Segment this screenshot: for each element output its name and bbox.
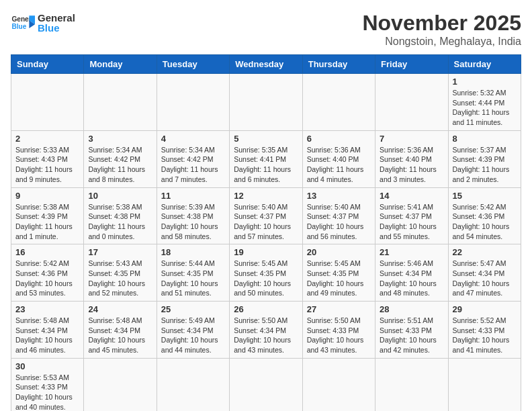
day-info: Sunrise: 5:34 AM Sunset: 4:42 PM Dayligh… — [161, 145, 225, 185]
calendar-cell: 11Sunrise: 5:39 AM Sunset: 4:38 PM Dayli… — [157, 187, 229, 244]
day-number: 20 — [307, 247, 371, 257]
day-info: Sunrise: 5:45 AM Sunset: 4:35 PM Dayligh… — [307, 259, 371, 298]
calendar-header: General Blue General Blue November 2025 … — [11, 11, 521, 48]
day-number: 11 — [161, 191, 225, 201]
calendar-header-row: SundayMondayTuesdayWednesdayThursdayFrid… — [11, 55, 521, 74]
day-info: Sunrise: 5:49 AM Sunset: 4:34 PM Dayligh… — [161, 316, 225, 355]
day-info: Sunrise: 5:32 AM Sunset: 4:44 PM Dayligh… — [453, 88, 517, 128]
calendar-cell — [157, 74, 229, 131]
day-info: Sunrise: 5:50 AM Sunset: 4:33 PM Dayligh… — [307, 316, 371, 355]
calendar-cell: 12Sunrise: 5:40 AM Sunset: 4:37 PM Dayli… — [230, 187, 302, 244]
calendar-week-row: 30Sunrise: 5:53 AM Sunset: 4:33 PM Dayli… — [11, 358, 521, 411]
day-info: Sunrise: 5:50 AM Sunset: 4:34 PM Dayligh… — [234, 316, 298, 355]
day-info: Sunrise: 5:44 AM Sunset: 4:35 PM Dayligh… — [161, 259, 225, 298]
day-number: 18 — [161, 247, 225, 257]
day-info: Sunrise: 5:40 AM Sunset: 4:37 PM Dayligh… — [234, 202, 298, 242]
day-info: Sunrise: 5:48 AM Sunset: 4:34 PM Dayligh… — [88, 316, 152, 355]
calendar-cell: 13Sunrise: 5:40 AM Sunset: 4:37 PM Dayli… — [302, 187, 375, 244]
calendar-cell — [302, 74, 375, 131]
day-number: 21 — [380, 247, 443, 257]
month-title: November 2025 — [362, 11, 521, 36]
day-info: Sunrise: 5:40 AM Sunset: 4:37 PM Dayligh… — [307, 202, 371, 242]
calendar-cell: 9Sunrise: 5:38 AM Sunset: 4:39 PM Daylig… — [11, 187, 84, 244]
day-number: 7 — [380, 134, 443, 144]
calendar-cell: 6Sunrise: 5:36 AM Sunset: 4:40 PM Daylig… — [302, 130, 375, 187]
calendar-cell: 8Sunrise: 5:37 AM Sunset: 4:39 PM Daylig… — [448, 130, 521, 187]
day-number: 22 — [453, 247, 517, 257]
calendar-cell: 3Sunrise: 5:34 AM Sunset: 4:42 PM Daylig… — [84, 130, 157, 187]
calendar-cell — [157, 358, 229, 411]
day-info: Sunrise: 5:41 AM Sunset: 4:37 PM Dayligh… — [380, 202, 443, 242]
calendar-cell: 5Sunrise: 5:35 AM Sunset: 4:41 PM Daylig… — [230, 130, 302, 187]
col-header-thursday: Thursday — [302, 55, 375, 74]
day-number: 10 — [88, 191, 152, 201]
day-info: Sunrise: 5:33 AM Sunset: 4:43 PM Dayligh… — [15, 145, 79, 185]
day-info: Sunrise: 5:43 AM Sunset: 4:35 PM Dayligh… — [88, 259, 152, 298]
title-block: November 2025 Nongstoin, Meghalaya, Indi… — [362, 11, 521, 48]
day-info: Sunrise: 5:37 AM Sunset: 4:39 PM Dayligh… — [453, 145, 517, 185]
calendar-cell: 28Sunrise: 5:51 AM Sunset: 4:33 PM Dayli… — [375, 302, 448, 359]
day-number: 29 — [453, 304, 517, 314]
calendar-cell: 20Sunrise: 5:45 AM Sunset: 4:35 PM Dayli… — [302, 244, 375, 302]
day-number: 30 — [15, 361, 79, 371]
day-number: 26 — [234, 304, 298, 314]
calendar-cell — [230, 358, 302, 411]
calendar-cell: 10Sunrise: 5:38 AM Sunset: 4:38 PM Dayli… — [84, 187, 157, 244]
day-number: 16 — [15, 247, 79, 257]
calendar-cell: 23Sunrise: 5:48 AM Sunset: 4:34 PM Dayli… — [11, 302, 84, 359]
calendar-container: General Blue General Blue November 2025 … — [0, 0, 532, 411]
calendar-cell: 18Sunrise: 5:44 AM Sunset: 4:35 PM Dayli… — [157, 244, 229, 302]
calendar-table: SundayMondayTuesdayWednesdayThursdayFrid… — [11, 54, 521, 411]
day-number: 1 — [453, 77, 517, 87]
day-number: 6 — [307, 134, 371, 144]
calendar-cell: 22Sunrise: 5:47 AM Sunset: 4:34 PM Dayli… — [448, 244, 521, 302]
day-number: 9 — [15, 191, 79, 201]
logo-icon: General Blue — [11, 11, 35, 35]
day-info: Sunrise: 5:45 AM Sunset: 4:35 PM Dayligh… — [234, 259, 298, 298]
day-number: 8 — [453, 134, 517, 144]
calendar-week-row: 23Sunrise: 5:48 AM Sunset: 4:34 PM Dayli… — [11, 302, 521, 359]
calendar-cell — [84, 74, 157, 131]
calendar-week-row: 1Sunrise: 5:32 AM Sunset: 4:44 PM Daylig… — [11, 74, 521, 131]
calendar-cell — [11, 74, 84, 131]
day-info: Sunrise: 5:42 AM Sunset: 4:36 PM Dayligh… — [15, 259, 79, 298]
svg-text:Blue: Blue — [11, 23, 26, 30]
calendar-week-row: 9Sunrise: 5:38 AM Sunset: 4:39 PM Daylig… — [11, 187, 521, 244]
calendar-cell: 17Sunrise: 5:43 AM Sunset: 4:35 PM Dayli… — [84, 244, 157, 302]
col-header-friday: Friday — [375, 55, 448, 74]
day-number: 28 — [380, 304, 443, 314]
day-info: Sunrise: 5:34 AM Sunset: 4:42 PM Dayligh… — [88, 145, 152, 185]
day-number: 23 — [15, 304, 79, 314]
col-header-tuesday: Tuesday — [157, 55, 229, 74]
calendar-cell — [375, 74, 448, 131]
col-header-monday: Monday — [84, 55, 157, 74]
day-info: Sunrise: 5:52 AM Sunset: 4:33 PM Dayligh… — [453, 316, 517, 355]
day-info: Sunrise: 5:38 AM Sunset: 4:38 PM Dayligh… — [88, 202, 152, 242]
calendar-cell: 27Sunrise: 5:50 AM Sunset: 4:33 PM Dayli… — [302, 302, 375, 359]
calendar-cell: 30Sunrise: 5:53 AM Sunset: 4:33 PM Dayli… — [11, 358, 84, 411]
calendar-cell: 24Sunrise: 5:48 AM Sunset: 4:34 PM Dayli… — [84, 302, 157, 359]
calendar-cell: 21Sunrise: 5:46 AM Sunset: 4:34 PM Dayli… — [375, 244, 448, 302]
calendar-cell: 15Sunrise: 5:42 AM Sunset: 4:36 PM Dayli… — [448, 187, 521, 244]
calendar-cell: 7Sunrise: 5:36 AM Sunset: 4:40 PM Daylig… — [375, 130, 448, 187]
calendar-cell — [230, 74, 302, 131]
col-header-saturday: Saturday — [448, 55, 521, 74]
day-number: 15 — [453, 191, 517, 201]
day-number: 3 — [88, 134, 152, 144]
day-info: Sunrise: 5:36 AM Sunset: 4:40 PM Dayligh… — [380, 145, 443, 185]
day-number: 2 — [15, 134, 79, 144]
calendar-cell: 2Sunrise: 5:33 AM Sunset: 4:43 PM Daylig… — [11, 130, 84, 187]
calendar-week-row: 16Sunrise: 5:42 AM Sunset: 4:36 PM Dayli… — [11, 244, 521, 302]
day-info: Sunrise: 5:38 AM Sunset: 4:39 PM Dayligh… — [15, 202, 79, 242]
calendar-cell: 1Sunrise: 5:32 AM Sunset: 4:44 PM Daylig… — [448, 74, 521, 131]
calendar-cell: 14Sunrise: 5:41 AM Sunset: 4:37 PM Dayli… — [375, 187, 448, 244]
col-header-sunday: Sunday — [11, 55, 84, 74]
location: Nongstoin, Meghalaya, India — [362, 36, 521, 48]
day-info: Sunrise: 5:51 AM Sunset: 4:33 PM Dayligh… — [380, 316, 443, 355]
day-number: 14 — [380, 191, 443, 201]
col-header-wednesday: Wednesday — [230, 55, 302, 74]
calendar-cell: 29Sunrise: 5:52 AM Sunset: 4:33 PM Dayli… — [448, 302, 521, 359]
day-number: 27 — [307, 304, 371, 314]
calendar-cell — [302, 358, 375, 411]
day-number: 12 — [234, 191, 298, 201]
